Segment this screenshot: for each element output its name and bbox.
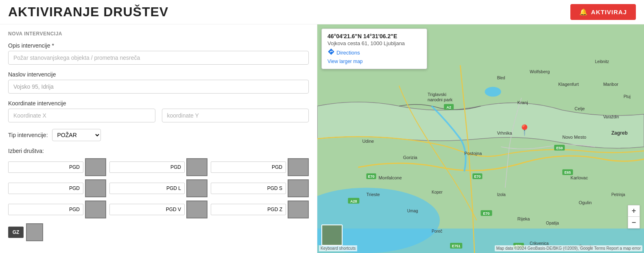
society-avatar-3: [288, 158, 309, 176]
svg-text:Poreč: Poreč: [432, 229, 442, 233]
map-container[interactable]: A2 E70 E70 Wolfsberg Leibnitz Klagenfurt…: [317, 24, 644, 253]
popup-address: Vojkova cesta 61, 1000 Ljubljana: [327, 40, 421, 46]
opis-label: Opis intervencije *: [8, 42, 309, 49]
society-item-9: PGD Z: [211, 201, 309, 218]
svg-text:Izola: Izola: [497, 192, 506, 197]
svg-text:Triglavski: Triglavski: [428, 92, 446, 97]
svg-text:Maribor: Maribor: [603, 82, 619, 87]
society-item-6: PGD S: [211, 179, 309, 197]
naslov-group: Naslov intervencije: [8, 71, 309, 94]
keyboard-shortcuts: Keyboard shortcuts: [319, 245, 357, 251]
society-avatar-5: [186, 179, 207, 197]
main-layout: NOVA INTERVENCIJA Opis intervencije * Na…: [0, 24, 644, 253]
svg-text:Ogulin: Ogulin: [579, 200, 592, 205]
svg-text:Umag: Umag: [407, 209, 418, 213]
svg-text:E59: E59: [556, 146, 563, 150]
society-avatar-4: [85, 179, 106, 197]
society-btn-1[interactable]: PGD: [8, 161, 83, 173]
map-attribution: Map data ©2024 GeoBasis-DE/BKG (©2009), …: [495, 245, 642, 251]
zoom-in-button[interactable]: +: [628, 205, 640, 217]
svg-text:Opatija: Opatija: [546, 221, 559, 225]
aktiviraj-button[interactable]: 🔔 AKTIVIRAJ: [570, 4, 636, 20]
view-larger-map-link[interactable]: View larger map: [327, 59, 362, 64]
svg-text:A2: A2: [446, 105, 451, 109]
koordinate-group: Koordinate intervencije: [8, 100, 309, 122]
svg-text:Wolfsberg: Wolfsberg: [530, 69, 550, 74]
map-panel: A2 E70 E70 Wolfsberg Leibnitz Klagenfurt…: [317, 24, 644, 253]
society-item-8: PGD V: [109, 201, 207, 218]
svg-text:Leibnitz: Leibnitz: [595, 59, 609, 64]
society-item-2: PGD: [109, 158, 207, 176]
koordinate-label: Koordinate intervencije: [8, 100, 309, 107]
directions-link[interactable]: Directions: [327, 48, 360, 57]
svg-text:📍: 📍: [518, 124, 531, 137]
svg-text:A28: A28: [350, 199, 357, 203]
society-btn-5[interactable]: PGD L: [109, 183, 185, 194]
directions-icon: [327, 48, 335, 57]
left-panel: NOVA INTERVENCIJA Opis intervencije * Na…: [0, 24, 317, 253]
satellite-thumbnail[interactable]: [321, 225, 343, 246]
gz-row: GZ: [8, 223, 309, 241]
svg-text:Monfalcone: Monfalcone: [379, 175, 402, 180]
svg-text:Ptuj: Ptuj: [624, 94, 631, 99]
opis-input[interactable]: [8, 51, 309, 65]
koordinate-x-input[interactable]: [8, 109, 155, 122]
society-btn-6[interactable]: PGD S: [211, 183, 286, 194]
society-item-4: PGD: [8, 179, 106, 197]
svg-text:E70: E70: [483, 212, 490, 216]
svg-text:Bled: Bled: [497, 76, 505, 80]
header: AKTIVIRANJE DRUŠTEV 🔔 AKTIVIRAJ: [0, 0, 644, 24]
society-avatar-8: [186, 201, 207, 218]
society-avatar-2: [186, 158, 207, 176]
tip-row: Tip intervencije: POŽAR NESREČA DRUGO: [8, 129, 309, 141]
society-avatar-6: [288, 179, 309, 197]
zoom-controls: + −: [628, 205, 640, 229]
popup-actions: Directions: [327, 48, 421, 57]
gz-button[interactable]: GZ: [8, 227, 24, 238]
page-title: AKTIVIRANJE DRUŠTEV: [8, 4, 168, 20]
society-item-7: PGD: [8, 201, 106, 218]
society-item-1: PGD: [8, 158, 106, 176]
gz-avatar: [26, 223, 43, 241]
popup-coords: 46°04'21.6"N 14°31'06.2"E: [327, 33, 421, 39]
svg-text:narodni park: narodni park: [428, 97, 453, 102]
society-avatar-9: [288, 201, 309, 218]
svg-text:Postojna: Postojna: [464, 151, 482, 156]
society-avatar-7: [85, 201, 106, 218]
naslov-label: Naslov intervencije: [8, 71, 309, 78]
svg-text:Kranj: Kranj: [517, 100, 528, 105]
svg-text:Koper: Koper: [432, 190, 443, 195]
society-btn-2[interactable]: PGD: [109, 161, 185, 173]
society-btn-4[interactable]: PGD: [8, 183, 83, 194]
svg-text:E751: E751: [452, 244, 461, 248]
society-item-3: PGD: [211, 158, 309, 176]
society-btn-8[interactable]: PGD V: [109, 204, 185, 215]
svg-text:Celje: Celje: [574, 106, 585, 111]
section-label: NOVA INTERVENCIJA: [8, 31, 309, 37]
izberi-label: Izberi društva:: [8, 148, 309, 154]
svg-text:Rijeka: Rijeka: [517, 216, 530, 221]
svg-text:E70: E70: [368, 174, 374, 179]
koordinate-y-input[interactable]: [162, 109, 309, 122]
svg-text:Zagreb: Zagreb: [611, 130, 628, 136]
svg-text:Udine: Udine: [362, 139, 374, 144]
zoom-out-button[interactable]: −: [628, 217, 640, 228]
svg-text:E70: E70: [474, 174, 480, 179]
svg-text:Trieste: Trieste: [366, 192, 380, 197]
svg-text:Varaždin: Varaždin: [603, 115, 619, 119]
bell-icon: 🔔: [579, 8, 588, 16]
society-item-5: PGD L: [109, 179, 207, 197]
svg-text:Novo Mesto: Novo Mesto: [562, 135, 586, 140]
societies-grid: PGD PGD PGD PGD PGD L PGD S: [8, 158, 309, 218]
svg-text:Klagenfurt: Klagenfurt: [558, 82, 579, 87]
naslov-input[interactable]: [8, 80, 309, 94]
tip-select[interactable]: POŽAR NESREČA DRUGO: [52, 129, 101, 141]
society-btn-7[interactable]: PGD: [8, 204, 83, 215]
svg-text:Gorizia: Gorizia: [403, 155, 418, 160]
society-btn-3[interactable]: PGD: [211, 161, 286, 173]
opis-group: Opis intervencije *: [8, 42, 309, 65]
map-popup: 46°04'21.6"N 14°31'06.2"E Vojkova cesta …: [321, 28, 427, 69]
coords-row: [8, 109, 309, 122]
society-btn-9[interactable]: PGD Z: [211, 204, 286, 215]
tip-label: Tip intervencije:: [8, 132, 48, 138]
